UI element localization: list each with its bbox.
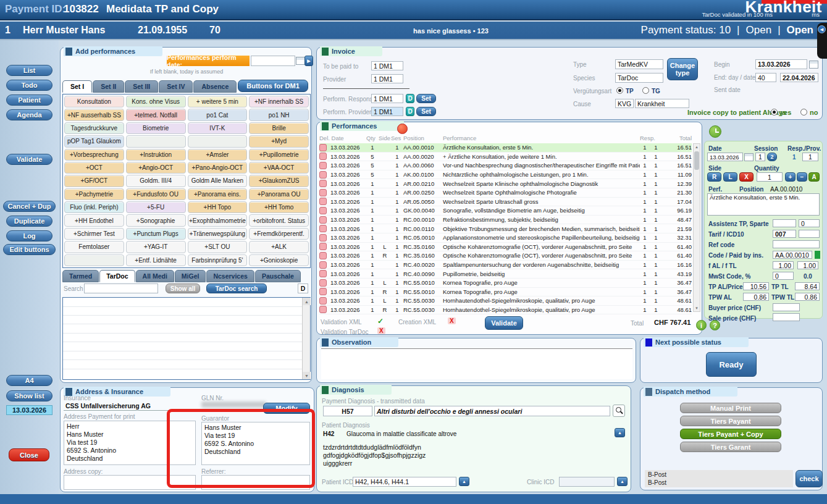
table-row[interactable]: 13.03.2026 1 1 RC.00.0110 Objektive Trüb… [319,224,692,233]
perf-quick-button[interactable]: po1 NH [249,109,309,120]
sale-price-field[interactable] [773,313,800,321]
perf-quick-button[interactable]: +Entf. Lidnähte [126,254,186,266]
perf-quick-button[interactable]: +GF/OCT [64,175,124,187]
referrer-box[interactable] [201,475,310,490]
tariff-tab[interactable]: MiGel [175,270,206,282]
search-list-scrollbar[interactable]: ▲ ▼ [302,298,310,379]
table-row[interactable]: 13.03.2026 5 1 AA.00.0060 Vor-und Nachbe… [319,161,692,170]
table-row[interactable]: 13.03.2026 1 R 1 RC.55.0010 Kornea Topog… [319,288,692,297]
perform-respons-field[interactable]: 1 DM1 [371,94,403,103]
perf-quick-button[interactable]: +Exophthalmometrie [188,214,248,226]
table-row[interactable]: 13.03.2026 1 1 AR.00.0210 Wechselzeit Sp… [319,179,692,188]
set-tab[interactable]: Absence [193,80,237,93]
row-checkbox[interactable] [319,162,327,169]
clinic-icd-field[interactable] [559,477,615,487]
tariff-tab[interactable]: Pauschale [255,270,301,282]
row-checkbox[interactable] [319,171,327,178]
check-button[interactable]: check [796,470,823,487]
scroll-thumb[interactable] [694,151,699,170]
table-row[interactable]: 13.03.2026 1 1 AA.00.0010 Ärztliche Kons… [319,143,692,153]
table-row[interactable]: 13.03.2026 1 1 GK.00.0040 Sonografie, vo… [319,206,692,216]
table-row[interactable]: 13.03.2026 1 1 RC.40.0020 Spaltlampenunt… [319,261,692,270]
ready-button[interactable]: Ready [706,352,757,377]
duplicate-button[interactable]: Duplicate [6,216,52,227]
side-r-button[interactable]: R [707,172,721,182]
sidebar-item-patient[interactable]: Patient [6,94,52,106]
icd10-field[interactable] [799,230,820,238]
patient-icd-field[interactable]: H42, H44.6, H44.1 [353,477,456,487]
perf-quick-button[interactable]: +5-FU [126,201,186,213]
buttons-for-dm1-button[interactable]: Buttons for DM1 [238,80,308,92]
mwst-field[interactable]: 0 [773,272,794,280]
perf-quick-button[interactable]: +Sonographie [126,214,186,226]
assistenz-field1[interactable] [773,219,796,227]
perf-quick-button[interactable]: IVT-K [188,122,248,134]
show-list-button[interactable]: Show list [6,390,52,401]
perf-quick-button[interactable]: +GlaukomZUS [249,175,309,187]
perf-quick-button[interactable] [126,135,186,147]
perf-quick-button[interactable]: +HH Endothel [64,214,124,226]
side-x-button[interactable]: X [739,172,754,182]
quantity-minus-button[interactable]: − [797,172,807,182]
table-row[interactable]: 13.03.2026 1 L 1 RC.55.0010 Kornea Topog… [319,279,692,288]
guarantor-box[interactable]: Hans Muster Via test 19 6592 S. Antonino… [201,422,310,465]
dispatch-method-button[interactable]: Tiers Payant [680,416,781,426]
row-checkbox[interactable] [319,207,327,214]
scroll-up-icon[interactable]: ▲ [694,144,700,150]
fal-field[interactable]: 1.00 [773,261,794,269]
tariff-tab[interactable]: All Medi [136,270,174,282]
close-button[interactable]: Close [9,448,49,461]
perf-quick-button[interactable]: Kons. ohne Visus [126,96,186,107]
search-diagnosis-icon[interactable] [613,405,625,417]
perf-quick-button[interactable]: +Vorbesprechung [64,149,124,161]
perf-quick-button[interactable]: Biometrie [126,122,186,134]
calendar-icon[interactable] [296,57,305,65]
perf-quick-button[interactable]: +NF ausserhalb SS [64,109,124,120]
table-row[interactable]: 13.03.2026 1 1 RC.00.0010 Refraktionsbes… [319,216,692,225]
side-l-button[interactable]: L [723,172,737,182]
perf-quick-button[interactable]: +Instruktion [126,149,186,161]
provider-field[interactable]: 1 DM1 [371,74,403,83]
species-field[interactable]: TarDoc [615,73,663,83]
sidebar-item-list[interactable]: List [6,65,52,76]
begin-date-field[interactable]: 13.03.2026 [755,59,807,69]
bpost-field[interactable]: B-Post B-Post [645,470,793,487]
address-print-box[interactable]: Herr Hans Muster Via test 19 6592 S. Ant… [64,421,196,465]
end-date-field[interactable]: 22.04.2026 [780,73,818,82]
perf-quick-button[interactable]: +YAG-IT [126,241,186,253]
row-checkbox[interactable] [319,252,327,259]
set-tab[interactable]: Set IV [159,80,193,93]
tariff-tab[interactable]: Ncservices [206,270,254,282]
perf-quick-button[interactable]: Fluo (inkl. Periph) [64,201,124,213]
d-button-provider[interactable]: D [406,107,414,116]
table-row[interactable]: 13.03.2026 1 L 1 RC.55.0030 Hornhautendo… [319,296,692,306]
perf-quick-button[interactable]: +Pachymetrie [64,188,124,200]
row-checkbox[interactable] [319,261,327,269]
row-checkbox[interactable] [319,234,327,242]
help-icon[interactable]: ? [710,320,720,330]
a4-button[interactable]: A4 [6,375,52,386]
refcode-field[interactable] [773,240,820,248]
perf-quick-button[interactable]: Goldm Alle Marken [188,175,248,187]
row-checkbox[interactable] [319,288,327,295]
tpwtl-field[interactable]: 0.86 [795,293,820,301]
perf-text-area[interactable]: Ärztliche Konsultation, erste 5 Min. [707,193,820,216]
perf-quick-button[interactable]: +Amsler [188,149,248,161]
table-row[interactable]: 13.03.2026 5 1 AK.00.0100 Nichtärztliche… [319,170,692,180]
perf-quick-button[interactable]: +Schirmer Test [64,228,124,240]
table-row[interactable]: 13.03.2026 1 1 RC.40.0090 Pupillometrie,… [319,269,692,279]
quantity-a-button[interactable]: A [808,172,820,182]
ftl-field[interactable]: 1.00 [797,261,818,269]
detail-calendar-icon[interactable] [744,153,754,161]
begin-calendar-icon[interactable] [809,61,818,69]
tariff-tab[interactable]: Tarmed [62,270,99,282]
detail-date-field[interactable]: 13.03.2026 [707,153,743,161]
table-row[interactable]: 13.03.2026 1 1 AR.00.0250 Wechselzeit Sp… [319,188,692,198]
address-copy-box[interactable] [64,475,196,490]
table-row[interactable]: 13.03.2026 5 1 AA.00.0020 + Ärztliche Ko… [319,153,692,162]
perf-quick-button[interactable]: +HH Topo [188,201,248,213]
perf-quick-button[interactable]: +Angio-OCT [126,162,186,174]
table-row[interactable]: 13.03.2026 1 1 RC.05.0010 Applanationsto… [319,233,692,243]
perf-quick-button[interactable]: pOP Tag1 Glaukom [64,135,124,147]
row-checkbox[interactable] [319,180,327,187]
